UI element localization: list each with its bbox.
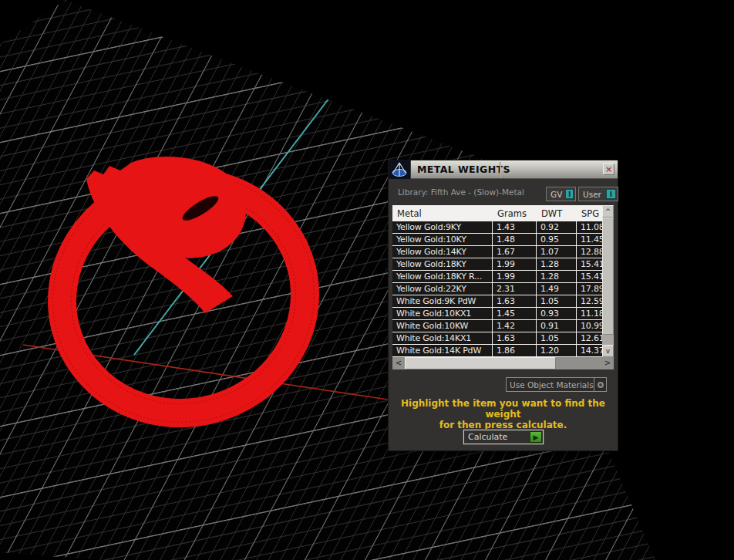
scene-3d[interactable] — [0, 0, 734, 560]
cell-grams: 1.86 — [493, 345, 537, 357]
scroll-down-icon[interactable]: v — [602, 345, 614, 357]
cell-metal: Yellow Gold:18KY — [392, 258, 493, 271]
dropdown-label: Use Object Materials — [507, 380, 594, 390]
cell-grams: 1.42 — [493, 320, 537, 332]
header-spg[interactable]: SPG — [577, 205, 602, 221]
dialog-titlebar[interactable]: METAL WEIGHTS × — [389, 160, 618, 179]
scroll-right-icon[interactable]: > — [601, 357, 614, 369]
cell-metal: Yellow Gold:22KY — [392, 283, 493, 295]
titlebar-divider — [500, 162, 501, 177]
cell-metal: White Gold:14KX1 — [392, 332, 493, 345]
cell-dwt: 1.28 — [537, 258, 577, 271]
library-row: Library: Fifth Ave - (Slow)-Metal GV I U… — [389, 180, 618, 204]
play-icon: ▶ — [530, 431, 542, 443]
table-row[interactable]: White Gold:14KX1 1.63 1.05 12.61 — [392, 332, 602, 345]
metal-table: Metal Grams DWT SPG Yellow Gold:9KY 1.43… — [392, 205, 614, 369]
cell-dwt: 0.93 — [537, 308, 577, 320]
table-row[interactable]: Yellow Gold:18KY 1.99 1.28 15.41 — [392, 258, 602, 271]
scroll-left-icon[interactable]: < — [392, 357, 405, 369]
cell-metal: Yellow Gold:18KY R... — [392, 271, 493, 283]
table-header-row: Metal Grams DWT SPG — [392, 205, 602, 221]
viewport[interactable]: METAL WEIGHTS × Library: Fifth Ave - (Sl… — [0, 0, 734, 560]
cell-metal: White Gold:10KX1 — [392, 308, 493, 320]
cell-grams: 1.99 — [493, 258, 537, 271]
table-row[interactable]: Yellow Gold:22KY 2.31 1.49 17.89 — [392, 283, 602, 295]
cell-dwt: 1.05 — [537, 295, 577, 308]
use-object-materials-dropdown[interactable]: Use Object Materials — [506, 377, 607, 392]
cell-spg: 11.18 — [577, 308, 602, 320]
cell-spg: 12.88 — [577, 246, 602, 258]
dropdown-button[interactable] — [594, 378, 606, 391]
cell-dwt: 0.95 — [537, 234, 577, 246]
cell-spg: 12.59 — [577, 295, 602, 308]
calculate-label: Calculate — [464, 432, 530, 442]
horizontal-scroll-thumb[interactable] — [405, 357, 556, 369]
cell-grams: 1.43 — [493, 221, 537, 234]
table-row[interactable]: Yellow Gold:9KY 1.43 0.92 11.08 — [392, 221, 602, 234]
table-row[interactable]: White Gold:9K PdW 1.63 1.05 12.59 — [392, 295, 602, 308]
table-row[interactable]: Yellow Gold:14KY 1.67 1.07 12.88 — [392, 246, 602, 258]
cell-grams: 1.67 — [493, 246, 537, 258]
cell-dwt: 1.20 — [537, 345, 577, 357]
cell-grams: 1.63 — [493, 295, 537, 308]
vertical-scrollbar[interactable]: ^ v — [602, 205, 614, 357]
user-toggle-icon[interactable]: I — [606, 189, 616, 199]
gv-toggle-icon[interactable]: I — [565, 189, 574, 199]
cell-metal: Yellow Gold:14KY — [392, 246, 493, 258]
table-body: Yellow Gold:9KY 1.43 0.92 11.08 Yellow G… — [392, 221, 602, 357]
cell-dwt: 0.92 — [537, 221, 577, 234]
cell-spg: 14.37 — [577, 345, 602, 357]
cell-spg: 15.41 — [577, 258, 602, 271]
library-label: Library: Fifth Ave - (Slow)-Metal — [398, 187, 524, 197]
cell-grams: 1.63 — [493, 332, 537, 345]
cell-dwt: 0.91 — [537, 320, 577, 332]
cell-dwt: 1.28 — [537, 271, 577, 283]
cell-grams: 2.31 — [493, 283, 537, 295]
cell-metal: White Gold:9K PdW — [392, 295, 493, 308]
cell-spg: 10.99 — [577, 320, 602, 332]
dialog-title: METAL WEIGHTS — [417, 164, 510, 175]
cell-spg: 11.08 — [577, 221, 602, 234]
cell-spg: 17.89 — [577, 283, 602, 295]
horizontal-scrollbar[interactable]: < > — [392, 357, 614, 369]
circle-icon — [598, 382, 604, 388]
cell-spg: 12.61 — [577, 332, 602, 345]
close-button[interactable]: × — [603, 164, 614, 175]
table-row[interactable]: White Gold:10KW 1.42 0.91 10.99 — [392, 320, 602, 332]
scroll-up-icon[interactable]: ^ — [602, 205, 614, 218]
cell-metal: White Gold:14K PdW — [392, 345, 493, 357]
cell-metal: Yellow Gold:9KY — [392, 221, 493, 234]
cell-dwt: 1.49 — [537, 283, 577, 295]
cell-spg: 11.45 — [577, 234, 602, 246]
metal-weights-dialog: METAL WEIGHTS × Library: Fifth Ave - (Sl… — [388, 160, 618, 451]
cell-grams: 1.45 — [493, 308, 537, 320]
calculate-button[interactable]: Calculate ▶ — [463, 430, 544, 444]
table-row[interactable]: White Gold:10KX1 1.45 0.93 11.18 — [392, 308, 602, 320]
app-logo-icon — [389, 160, 411, 179]
cell-grams: 1.48 — [493, 234, 537, 246]
vertical-scroll-thumb[interactable] — [602, 218, 614, 335]
user-button[interactable]: User I — [578, 187, 618, 201]
cell-grams: 1.99 — [493, 271, 537, 283]
table-row[interactable]: Yellow Gold:10KY 1.48 0.95 11.45 — [392, 234, 602, 246]
cell-metal: Yellow Gold:10KY — [392, 234, 493, 246]
cell-spg: 15.41 — [577, 271, 602, 283]
cell-dwt: 1.05 — [537, 332, 577, 345]
header-metal[interactable]: Metal — [392, 205, 493, 221]
header-dwt[interactable]: DWT — [537, 205, 577, 221]
table-row[interactable]: White Gold:14K PdW 1.86 1.20 14.37 — [392, 345, 602, 357]
cell-metal: White Gold:10KW — [392, 320, 493, 332]
gv-button[interactable]: GV I — [546, 187, 576, 201]
header-grams[interactable]: Grams — [493, 205, 537, 221]
table-row[interactable]: Yellow Gold:18KY R... 1.99 1.28 15.41 — [392, 271, 602, 283]
cell-dwt: 1.07 — [537, 246, 577, 258]
instruction-text: Highlight the item you want to find the … — [389, 398, 618, 430]
